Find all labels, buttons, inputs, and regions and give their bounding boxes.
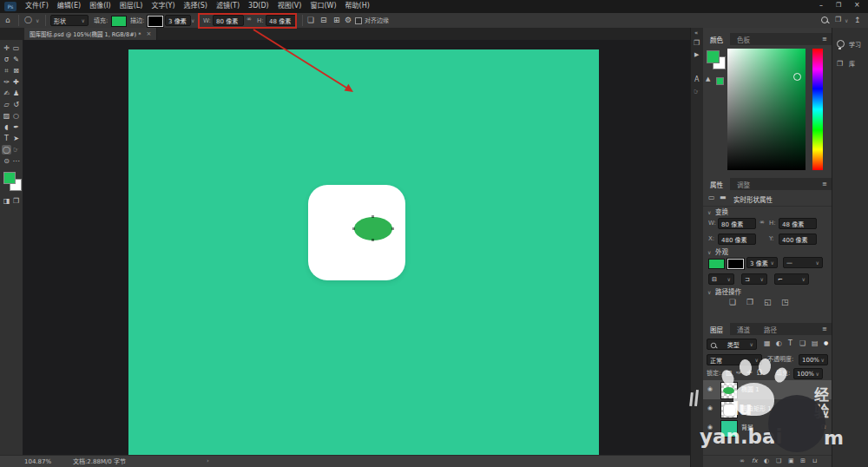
layer-name[interactable]: 椭圆 1 xyxy=(741,387,760,393)
actions-panel-icon[interactable]: ▶ xyxy=(694,52,699,58)
layer-thumbnail[interactable] xyxy=(720,382,738,399)
layers-panel-menu-icon[interactable]: ≡ xyxy=(822,326,827,332)
tool-hand[interactable]: ☞ xyxy=(11,145,21,155)
tool-path-select[interactable]: ➤ xyxy=(11,134,21,143)
workspace-icon[interactable]: ❐ xyxy=(835,16,841,23)
gear-icon[interactable]: ⚙ xyxy=(345,16,352,24)
tool-dodge[interactable]: ◖ xyxy=(2,122,11,132)
hue-slider[interactable] xyxy=(812,49,823,170)
stroke-swatch[interactable] xyxy=(148,16,163,27)
tool-preset-caret-icon[interactable]: ∨ xyxy=(36,18,39,23)
filter-shape-layers-icon[interactable]: ❏ xyxy=(799,340,806,347)
menu-window[interactable]: 窗口(W) xyxy=(310,3,336,10)
tab-close-icon[interactable]: × xyxy=(146,30,151,37)
layer-mask-icon[interactable]: ◐ xyxy=(764,458,769,464)
menu-image[interactable]: 图像(I) xyxy=(89,3,111,10)
props-stroke-style-select[interactable]: — ∨ xyxy=(783,257,823,268)
color-fg-swatch-small[interactable] xyxy=(707,50,720,63)
eye-icon[interactable]: ◉ xyxy=(707,386,713,392)
ellipse-anchor-left[interactable] xyxy=(352,227,355,230)
stroke-caps-select[interactable]: ⊐ ∨ xyxy=(741,273,767,285)
exclude-shapes-icon[interactable]: ◳ xyxy=(781,299,789,306)
pathops-section-caret-icon[interactable]: ∨ xyxy=(707,290,711,295)
search-icon[interactable] xyxy=(821,16,830,25)
props-w-field[interactable]: 80 像素 xyxy=(718,218,756,229)
share-icon[interactable]: ↥ xyxy=(854,16,861,24)
menu-view[interactable]: 视图(V) xyxy=(278,3,302,10)
tool-quick-mask[interactable]: ◨ xyxy=(2,196,11,206)
stroke-style-caret-icon[interactable]: ∨ xyxy=(191,18,194,23)
tool-eyedropper[interactable]: ✑ xyxy=(2,77,11,87)
layer-style-icon[interactable]: fx xyxy=(752,458,758,464)
color-panel-menu-icon[interactable]: ≡ xyxy=(822,36,827,43)
opacity-select[interactable]: 100% ∨ xyxy=(799,354,828,365)
lock-pixels-icon[interactable]: ✑ xyxy=(736,370,742,377)
tab-paths[interactable]: 路径 xyxy=(757,323,784,335)
layer-filter-select[interactable]: 类型 ∨ xyxy=(707,339,757,350)
canvas[interactable] xyxy=(128,49,599,455)
combine-shapes-icon[interactable]: ❏ xyxy=(729,299,736,306)
new-layer-icon[interactable]: ⊞ xyxy=(800,458,806,464)
status-chevron-icon[interactable]: › xyxy=(207,458,209,464)
path-arrangement-icon[interactable]: ⊞ xyxy=(333,16,340,24)
lock-all-icon[interactable]: Ω xyxy=(757,370,762,377)
tab-color[interactable]: 颜色 xyxy=(703,33,730,45)
menu-layer[interactable]: 图层(L) xyxy=(120,3,143,10)
layer-row-background[interactable]: ◉ 背景 Ω xyxy=(703,418,832,437)
document-tab[interactable]: 图库图标.psd @ 105%(椭圆 1, RGB/8#) * × xyxy=(24,28,157,40)
tool-screen-mode[interactable]: ❐ xyxy=(11,196,21,206)
props-h-field[interactable]: 48 像素 xyxy=(779,218,817,229)
tool-edit-toolbar[interactable]: ⋯ xyxy=(11,156,21,166)
tab-adjustments[interactable]: 调整 xyxy=(730,178,757,190)
layer-thumbnail[interactable] xyxy=(720,401,738,418)
transform-section-label[interactable]: 变换 xyxy=(715,209,728,216)
tool-pen[interactable]: ✒ xyxy=(11,122,21,132)
align-edges-checkbox[interactable] xyxy=(355,17,362,24)
menu-type[interactable]: 文字(Y) xyxy=(151,3,174,10)
fill-swatch[interactable] xyxy=(111,16,127,27)
lock-position-icon[interactable]: ✛ xyxy=(746,370,753,377)
tool-spot-healing[interactable]: ✚ xyxy=(11,77,21,87)
tab-channels[interactable]: 通道 xyxy=(730,323,757,335)
stroke-align-select[interactable]: ⊟ ∨ xyxy=(708,273,734,285)
workspace-caret-icon[interactable]: ∨ xyxy=(845,18,848,23)
tab-properties[interactable]: 属性 xyxy=(703,178,730,190)
transform-section-caret-icon[interactable]: ∨ xyxy=(707,210,711,215)
props-y-field[interactable]: 400 像素 xyxy=(779,234,817,245)
menu-filter[interactable]: 滤镜(T) xyxy=(216,3,240,10)
gamut-swatch[interactable] xyxy=(716,77,724,85)
path-operations-icon[interactable]: ❏ xyxy=(307,16,314,24)
foreground-color-swatch[interactable] xyxy=(3,172,16,184)
layer-row-rounded-rect[interactable]: ◉ 圆角矩形 1 xyxy=(703,399,832,418)
tool-move[interactable]: ✛ xyxy=(2,43,11,53)
close-button[interactable]: × xyxy=(854,2,860,9)
layer-thumbnail[interactable] xyxy=(720,420,738,437)
intersect-shapes-icon[interactable]: ◱ xyxy=(764,299,772,306)
props-link-icon[interactable]: ∞ xyxy=(760,220,765,226)
menu-select[interactable]: 选择(S) xyxy=(184,3,207,10)
tab-layers[interactable]: 图层 xyxy=(703,323,730,335)
tool-blur[interactable]: ○ xyxy=(11,111,21,121)
ellipse-anchor-bottom[interactable] xyxy=(372,239,374,241)
appearance-section-label[interactable]: 外观 xyxy=(715,249,728,256)
menu-edit[interactable]: 编辑(E) xyxy=(57,3,81,10)
ellipse-anchor-top[interactable] xyxy=(372,215,374,218)
stroke-line-icon[interactable]: — xyxy=(177,16,185,24)
tool-crop[interactable]: ⌗ xyxy=(2,66,11,76)
history-panel-icon[interactable]: ❐ xyxy=(694,40,700,47)
menu-3d[interactable]: 3D(D) xyxy=(248,3,269,10)
restore-button[interactable]: ❐ xyxy=(836,3,841,9)
filter-toggle-icon[interactable]: ● xyxy=(824,340,828,345)
filter-smart-objects-icon[interactable]: ▤ xyxy=(812,340,819,347)
color-gradient-square[interactable] xyxy=(727,49,806,170)
layer-name[interactable]: 背景 xyxy=(741,425,753,431)
properties-panel-menu-icon[interactable]: ≡ xyxy=(822,181,827,187)
delete-layer-icon[interactable]: ⊔ xyxy=(812,458,817,464)
eye-icon[interactable]: ◉ xyxy=(707,405,713,411)
props-fill-swatch[interactable] xyxy=(708,259,725,269)
home-icon[interactable]: ⌂ xyxy=(5,16,10,24)
libraries-panel-button[interactable]: ❐ 库 xyxy=(837,59,868,71)
tool-marquee[interactable]: ▭ xyxy=(11,43,21,53)
character-panel-icon[interactable]: A xyxy=(694,76,699,83)
stroke-corners-select[interactable]: ⌐ ∨ xyxy=(774,273,809,285)
